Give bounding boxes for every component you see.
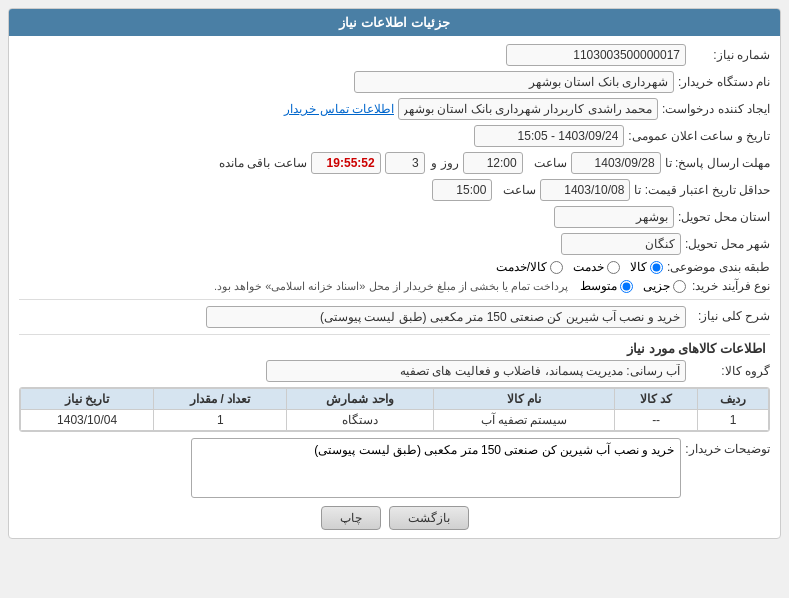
col-code: کد کالا: [615, 389, 698, 410]
city-label: شهر محل تحویل:: [685, 237, 770, 251]
date-label: تاریخ و ساعت اعلان عمومی:: [628, 129, 770, 143]
need-number-label: شماره نیاز:: [690, 48, 770, 62]
province-label: استان محل تحویل:: [678, 210, 770, 224]
category-kala-radio[interactable]: [650, 261, 663, 274]
time-label: ساعت: [527, 156, 567, 170]
col-unit: واحد شمارش: [287, 389, 433, 410]
reply-deadline-remaining-input: [311, 152, 381, 174]
col-row: ردیف: [697, 389, 768, 410]
table-row: 1--سیستم تصفیه آبدستگاه11403/10/04: [21, 410, 769, 431]
category-khadamat[interactable]: خدمت: [573, 260, 620, 274]
panel-title: جزئیات اطلاعات نیاز: [9, 9, 780, 36]
reply-deadline-day-input: [385, 152, 425, 174]
buyer-org-label: نام دستگاه خریدار:: [678, 75, 770, 89]
goods-group-input: [266, 360, 686, 382]
reply-deadline-date-input: [571, 152, 661, 174]
purchase-note: پرداخت تمام یا بخشی از مبلغ خریدار از مح…: [214, 280, 568, 293]
day-label: روز و: [429, 156, 459, 170]
buyer-org-input: [354, 71, 674, 93]
purchase-type-motawaset-radio[interactable]: [620, 280, 633, 293]
price-time-label: ساعت: [496, 183, 536, 197]
back-button[interactable]: بازگشت: [389, 506, 469, 530]
price-deadline-time-input: [432, 179, 492, 201]
remaining-suffix: ساعت باقی مانده: [219, 156, 307, 170]
need-desc-label: شرح کلی نیاز:: [690, 306, 770, 323]
buyer-desc-label: توضیحات خریدار:: [685, 438, 770, 456]
purchase-type-joz[interactable]: جزیی: [643, 279, 686, 293]
creator-label: ایجاد کننده درخواست:: [662, 102, 770, 116]
category-label: طبقه بندی موضوعی:: [667, 260, 770, 274]
price-deadline-date-input: [540, 179, 630, 201]
category-both[interactable]: کالا/خدمت: [496, 260, 563, 274]
purchase-type-radio-group: جزیی متوسط: [580, 279, 686, 293]
date-input: [474, 125, 624, 147]
buyer-desc-textarea[interactable]: [191, 438, 681, 498]
print-button[interactable]: چاپ: [321, 506, 381, 530]
button-row: بازگشت چاپ: [19, 506, 770, 530]
goods-group-label: گروه کالا:: [690, 364, 770, 378]
col-name: نام کالا: [433, 389, 615, 410]
goods-table: ردیف کد کالا نام کالا واحد شمارش تعداد /…: [19, 387, 770, 432]
purchase-type-label: نوع فرآیند خرید:: [690, 279, 770, 293]
need-number-input: [506, 44, 686, 66]
category-radio-group: کالا خدمت کالا/خدمت: [496, 260, 663, 274]
price-deadline-label: حداقل تاریخ اعتبار قیمت: تا: [634, 183, 770, 197]
need-desc-input: [206, 306, 686, 328]
purchase-type-motawaset[interactable]: متوسط: [580, 279, 633, 293]
reply-deadline-label: مهلت ارسال پاسخ: تا: [665, 156, 770, 170]
category-both-radio[interactable]: [550, 261, 563, 274]
purchase-type-joz-radio[interactable]: [673, 280, 686, 293]
province-input: [554, 206, 674, 228]
col-date: تاریخ نیاز: [21, 389, 154, 410]
reply-deadline-time-input: [463, 152, 523, 174]
col-qty: تعداد / مقدار: [154, 389, 287, 410]
city-input: [561, 233, 681, 255]
creator-link[interactable]: اطلاعات تماس خریدار: [284, 102, 394, 116]
creator-input: [398, 98, 658, 120]
category-kala[interactable]: کالا: [630, 260, 663, 274]
goods-info-title: اطلاعات کالاهای مورد نیاز: [19, 341, 770, 356]
category-khadamat-radio[interactable]: [607, 261, 620, 274]
